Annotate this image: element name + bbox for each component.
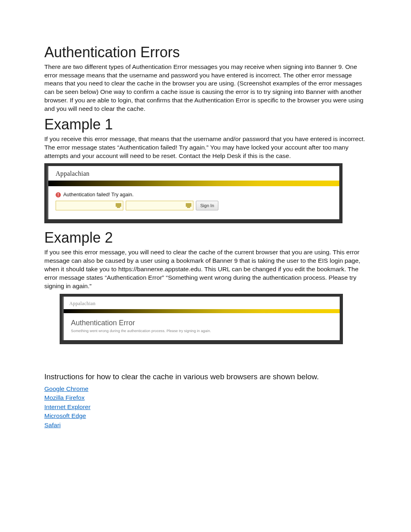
- password-field[interactable]: [126, 201, 193, 210]
- link-firefox[interactable]: Mozilla Firefox: [44, 393, 85, 402]
- link-chrome[interactable]: Google Chrome: [44, 384, 88, 393]
- screenshot1-body: ! Authentication failed! Try again.: [48, 186, 339, 219]
- example2-heading: Example 2: [44, 230, 367, 246]
- document-page: Authentication Errors There are two diff…: [0, 0, 411, 532]
- intro-paragraph: There are two different types of Authent…: [44, 63, 367, 114]
- keyboard-icon: [186, 203, 191, 208]
- screenshot1-header: Appalachian: [48, 166, 339, 181]
- example2-text: If you see this error message, you will …: [44, 248, 367, 291]
- example1-heading: Example 1: [44, 116, 367, 133]
- error-subtitle: Something went wrong during the authenti…: [71, 329, 332, 333]
- appalachian-logo: Appalachian: [56, 170, 89, 177]
- browser-links: Google Chrome Mozilla Firefox Internet E…: [44, 384, 367, 430]
- error-title: Authentication Error: [71, 319, 332, 327]
- link-ie[interactable]: Internet Explorer: [44, 403, 91, 411]
- screenshot2-gradient-bar: [64, 309, 340, 313]
- error-message: Authentication failed! Try again.: [63, 192, 133, 197]
- link-safari[interactable]: Safari: [44, 421, 61, 430]
- username-field[interactable]: [56, 201, 123, 210]
- screenshot2-body: Authentication Error Something went wron…: [64, 313, 340, 340]
- link-edge[interactable]: Microsoft Edge: [44, 411, 86, 420]
- keyboard-icon: [116, 203, 121, 208]
- error-line: ! Authentication failed! Try again.: [56, 192, 332, 197]
- screenshot2-header: Appalachian: [64, 297, 340, 309]
- svg-rect-1: [117, 207, 120, 208]
- error-icon: !: [56, 192, 61, 197]
- example2-screenshot: Appalachian Authentication Error Somethi…: [60, 294, 343, 344]
- appalachian-logo: Appalachian: [69, 301, 95, 306]
- instructions-heading: Instructions for how to clear the cache …: [44, 372, 367, 381]
- page-title: Authentication Errors: [44, 44, 367, 60]
- svg-rect-3: [187, 207, 190, 208]
- example1-screenshot: Appalachian ! Authentication failed! Try…: [44, 163, 342, 223]
- example1-text: If you receive this error message, that …: [44, 135, 367, 160]
- svg-rect-2: [186, 203, 191, 207]
- screenshot1-gradient-bar: [48, 181, 339, 186]
- svg-rect-0: [116, 203, 121, 207]
- sign-in-button[interactable]: Sign In: [196, 201, 218, 210]
